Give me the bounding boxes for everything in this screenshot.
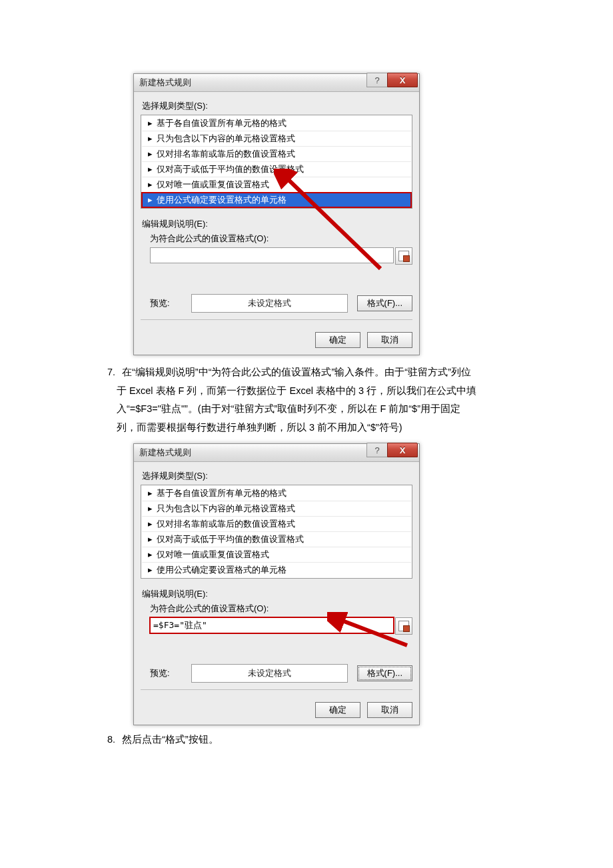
range-select-button[interactable]	[395, 247, 412, 265]
select-rule-type-label: 选择规则类型(S):	[142, 100, 412, 112]
format-button[interactable]: 格式(F)...	[357, 665, 412, 681]
ok-button[interactable]: 确定	[315, 332, 360, 348]
close-button[interactable]: X	[387, 73, 418, 87]
select-rule-type-label: 选择规则类型(S):	[142, 470, 412, 482]
preview-box: 未设定格式	[191, 294, 348, 313]
list-item[interactable]: ▸仅对唯一值或重复值设置格式	[142, 547, 411, 563]
ok-button[interactable]: 确定	[315, 702, 360, 718]
cancel-button[interactable]: 取消	[367, 702, 412, 718]
help-button[interactable]: ?	[366, 443, 387, 457]
list-item[interactable]: ▸使用公式确定要设置格式的单元格	[142, 563, 411, 577]
rule-type-list[interactable]: ▸基于各自值设置所有单元格的格式 ▸只为包含以下内容的单元格设置格式 ▸仅对排名…	[141, 115, 412, 209]
list-item[interactable]: ▸只为包含以下内容的单元格设置格式	[142, 131, 411, 147]
close-button[interactable]: X	[387, 443, 418, 457]
rule-type-list[interactable]: ▸基于各自值设置所有单元格的格式 ▸只为包含以下内容的单元格设置格式 ▸仅对排名…	[141, 485, 412, 579]
step-7-text: 7.在“编辑规则说明”中“为符合此公式的值设置格式”输入条件。由于“驻留方式”列…	[117, 363, 480, 437]
list-item[interactable]: ▸仅对高于或低于平均值的数值设置格式	[142, 162, 411, 177]
titlebar: 新建格式规则 ? X	[134, 74, 419, 92]
range-icon	[398, 621, 409, 631]
formula-label: 为符合此公式的值设置格式(O):	[150, 603, 412, 615]
dialog-title: 新建格式规则	[139, 447, 191, 459]
formula-input[interactable]	[150, 247, 394, 263]
list-item[interactable]: ▸只为包含以下内容的单元格设置格式	[142, 501, 411, 517]
formula-input[interactable]	[150, 617, 394, 633]
format-button[interactable]: 格式(F)...	[357, 295, 412, 311]
preview-box: 未设定格式	[191, 664, 348, 683]
cancel-button[interactable]: 取消	[367, 332, 412, 348]
preview-label: 预览:	[150, 297, 182, 309]
help-button[interactable]: ?	[366, 73, 387, 87]
list-item[interactable]: ▸仅对唯一值或重复值设置格式	[142, 177, 411, 193]
edit-rule-label: 编辑规则说明(E):	[142, 588, 412, 600]
titlebar: 新建格式规则 ? X	[134, 444, 419, 462]
list-item-selected[interactable]: ▸使用公式确定要设置格式的单元格	[142, 193, 411, 207]
range-select-button[interactable]	[395, 617, 412, 635]
list-item[interactable]: ▸基于各自值设置所有单元格的格式	[142, 116, 411, 131]
list-item[interactable]: ▸仅对高于或低于平均值的数值设置格式	[142, 532, 411, 547]
list-item[interactable]: ▸仅对排名靠前或靠后的数值设置格式	[142, 147, 411, 162]
edit-rule-label: 编辑规则说明(E):	[142, 218, 412, 230]
list-item[interactable]: ▸仅对排名靠前或靠后的数值设置格式	[142, 517, 411, 532]
step-8-text: 8.然后点击“格式”按钮。	[117, 731, 480, 749]
new-rule-dialog: 新建格式规则 ? X 选择规则类型(S): ▸基于各自值设置所有单元格的格式 ▸…	[133, 73, 420, 355]
dialog-title: 新建格式规则	[139, 77, 191, 89]
list-item[interactable]: ▸基于各自值设置所有单元格的格式	[142, 486, 411, 501]
preview-label: 预览:	[150, 667, 182, 679]
new-rule-dialog-2: 新建格式规则 ? X 选择规则类型(S): ▸基于各自值设置所有单元格的格式 ▸…	[133, 443, 420, 725]
formula-label: 为符合此公式的值设置格式(O):	[150, 233, 412, 245]
range-icon	[398, 251, 409, 261]
